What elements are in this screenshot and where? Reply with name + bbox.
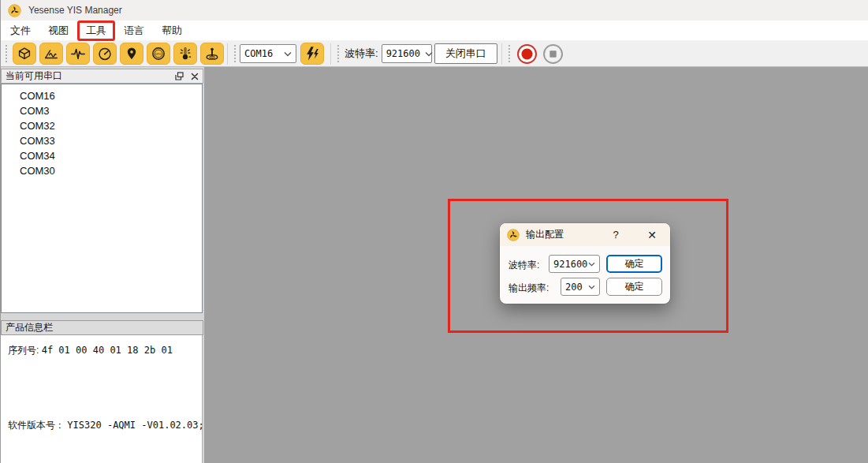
menu-item-view[interactable]: 视图	[39, 21, 77, 41]
dialog-baud-label: 波特率:	[509, 259, 539, 272]
waveform-icon[interactable]	[66, 43, 90, 65]
toolbar-grip[interactable]	[337, 45, 339, 62]
toolbar-grip[interactable]	[234, 45, 236, 62]
menu-item-file[interactable]: 文件	[2, 21, 39, 41]
location-pin-icon[interactable]	[120, 43, 143, 65]
chevron-down-icon	[588, 285, 595, 289]
port-item[interactable]: COM3	[2, 103, 202, 118]
ports-panel-header: 当前可用串口	[1, 69, 203, 84]
serial-number-label: 序列号:	[8, 345, 39, 356]
surface-marker-icon[interactable]	[200, 43, 224, 65]
dialog-freq-label: 输出频率:	[509, 282, 549, 295]
toolbar-grip[interactable]	[509, 45, 510, 62]
menu-bar: 文件 视图 工具 语言 帮助	[1, 21, 868, 41]
toolbar-grip[interactable]	[6, 45, 7, 62]
dialog-close-button[interactable]: ✕	[640, 223, 664, 246]
title-bar: Yesense YIS Manager	[1, 0, 868, 21]
toolbar: UTC COM16 波特率: 921600	[1, 41, 868, 67]
chevron-down-icon	[588, 262, 595, 267]
chevron-down-icon	[284, 51, 292, 57]
serial-number-value: 4f 01 00 40 01 18 2b 01	[42, 345, 173, 356]
close-serial-button[interactable]: 关闭串口	[434, 43, 497, 64]
svg-text:UTC: UTC	[155, 52, 162, 56]
dialog-help-button[interactable]: ?	[604, 223, 628, 246]
dialog-baud-value: 921600	[553, 259, 587, 270]
toolbar-separator	[330, 43, 331, 65]
close-icon[interactable]	[191, 73, 199, 80]
info-panel-body: 序列号: 4f 01 00 40 01 18 2b 01 软件版本号： YIS3…	[1, 335, 203, 463]
toolbar-separator	[501, 43, 502, 65]
baud-rate-label: 波特率:	[345, 47, 378, 61]
firmware-version-value: YIS320 -AQMI -V01.02.03;	[67, 420, 203, 431]
menu-item-language[interactable]: 语言	[115, 21, 153, 41]
utc-clock-icon[interactable]: UTC	[147, 43, 170, 65]
output-config-dialog: 输出配置 ? ✕ 波特率: 921600 确定 输出频率: 200 确定	[500, 223, 670, 304]
menu-item-tools[interactable]: 工具	[77, 21, 115, 41]
angle-wave-icon[interactable]	[39, 43, 63, 65]
yesense-logo-icon	[507, 229, 520, 241]
firmware-version-line: 软件版本号： YIS320 -AQMI -V01.02.03;	[8, 419, 204, 432]
dialog-freq-select[interactable]: 200	[561, 278, 600, 296]
stop-button[interactable]	[542, 43, 564, 65]
thermometer-icon[interactable]	[173, 43, 197, 65]
port-item[interactable]: COM34	[2, 148, 202, 163]
dialog-baud-select[interactable]: 921600	[549, 255, 600, 273]
lightning-refresh-icon[interactable]	[300, 43, 324, 65]
firmware-version-label: 软件版本号：	[8, 420, 65, 431]
yesense-logo-icon	[8, 4, 21, 17]
serial-number-line: 序列号: 4f 01 00 40 01 18 2b 01	[8, 344, 173, 357]
window-title: Yesense YIS Manager	[28, 5, 122, 16]
info-panel-title: 产品信息栏	[6, 321, 53, 334]
menu-item-help[interactable]: 帮助	[153, 21, 191, 41]
port-item[interactable]: COM32	[2, 118, 202, 133]
dialog-freq-ok-button[interactable]: 确定	[606, 278, 662, 296]
toolbar-separator	[227, 43, 228, 65]
gauge-icon[interactable]	[93, 43, 117, 65]
chevron-down-icon	[425, 51, 433, 57]
com-port-value: COM16	[244, 48, 273, 59]
record-button[interactable]	[516, 43, 538, 65]
ports-panel-title: 当前可用串口	[6, 69, 62, 83]
port-item[interactable]: COM30	[2, 163, 202, 178]
left-dock-region: 当前可用串口 COM16 COM3 COM32 COM33 COM34 COM3…	[1, 67, 204, 463]
cube-3d-icon[interactable]	[13, 43, 36, 65]
dialog-baud-ok-button[interactable]: 确定	[606, 255, 662, 273]
dialog-title: 输出配置	[526, 228, 564, 241]
port-list: COM16 COM3 COM32 COM33 COM34 COM30	[1, 84, 203, 313]
baud-rate-select[interactable]: 921600	[382, 44, 432, 63]
info-panel-header: 产品信息栏	[1, 320, 203, 335]
dialog-freq-value: 200	[565, 282, 583, 293]
port-item[interactable]: COM33	[2, 133, 202, 148]
float-icon[interactable]	[175, 72, 184, 80]
port-item[interactable]: COM16	[2, 88, 202, 103]
baud-rate-value: 921600	[386, 48, 420, 59]
com-port-select[interactable]: COM16	[240, 44, 296, 63]
